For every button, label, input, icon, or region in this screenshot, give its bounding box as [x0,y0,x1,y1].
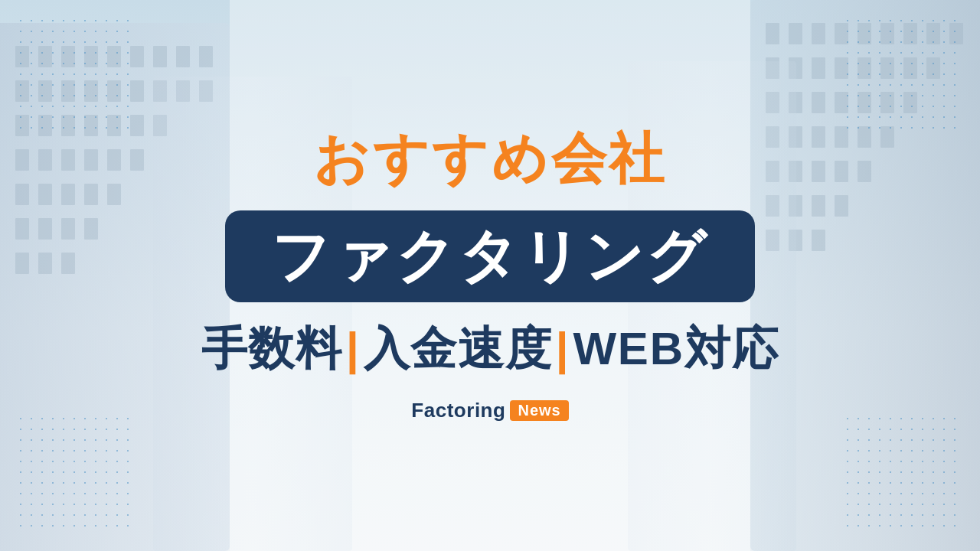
svg-rect-47 [789,23,802,44]
separator-2: | [556,324,570,374]
page-background: おすすめ会社 ファクタリング 手数料 | 入金速度 | WEB対応 Factor… [0,0,980,551]
svg-rect-33 [15,184,29,205]
svg-rect-30 [84,149,98,171]
separator-1: | [346,324,361,374]
svg-rect-40 [61,218,75,240]
dot-pattern-topleft [15,15,138,138]
feature-web: WEB対応 [573,324,779,374]
branding-area: Factoring News [411,399,568,422]
svg-rect-29 [61,149,75,171]
main-content: おすすめ会社 ファクタリング 手数料 | 入金速度 | WEB対応 Factor… [201,129,779,422]
branding-news-badge: News [510,400,568,421]
svg-rect-39 [38,218,52,240]
svg-rect-28 [38,149,52,171]
svg-rect-72 [812,126,825,148]
dot-pattern-bottomright [842,413,965,536]
feature-speed: 入金速度 [364,324,553,374]
svg-rect-36 [84,184,98,205]
svg-rect-38 [15,218,29,240]
svg-rect-31 [107,149,121,171]
keyword-factoring: ファクタリング [271,224,710,289]
feature-fee: 手数料 [201,324,343,374]
headline-recommended: おすすめ会社 [313,129,667,189]
svg-rect-43 [38,253,52,274]
svg-rect-8 [153,46,167,67]
dot-pattern-topright [842,15,965,138]
svg-rect-65 [812,92,825,113]
svg-rect-27 [15,149,29,171]
svg-rect-41 [84,218,98,240]
dot-pattern-bottomleft [15,413,138,536]
svg-rect-32 [130,149,144,171]
svg-rect-35 [61,184,75,205]
svg-rect-10 [199,46,213,67]
svg-rect-83 [812,195,825,217]
svg-rect-37 [107,184,121,205]
svg-rect-57 [812,57,825,79]
svg-rect-79 [835,161,848,182]
keyword-box: ファクタリング [225,210,756,302]
svg-rect-44 [61,253,75,274]
svg-rect-84 [835,195,848,217]
svg-rect-9 [176,46,190,67]
svg-rect-87 [812,230,825,251]
svg-rect-80 [858,161,871,182]
svg-rect-42 [15,253,29,274]
svg-rect-48 [812,23,825,44]
svg-rect-46 [766,23,779,44]
features-line: 手数料 | 入金速度 | WEB対応 [201,324,779,374]
svg-rect-78 [812,161,825,182]
svg-rect-34 [38,184,52,205]
branding-factoring-text: Factoring [411,399,505,422]
